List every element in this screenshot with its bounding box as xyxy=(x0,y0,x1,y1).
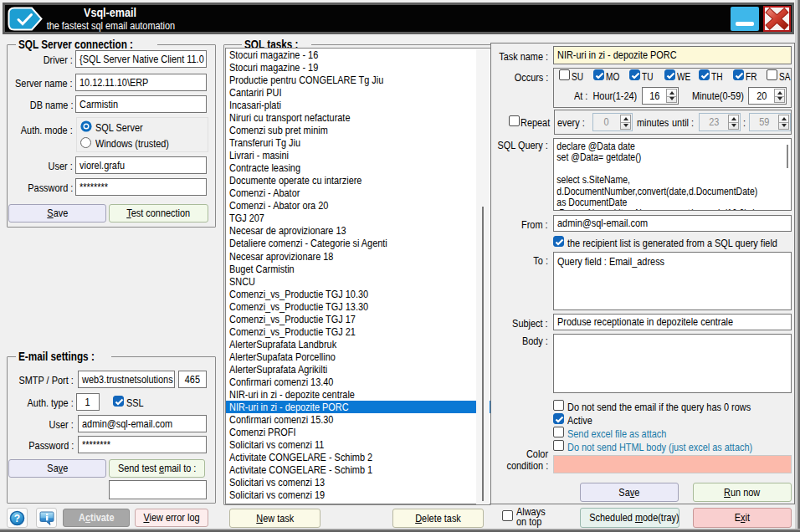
svg-text:?: ? xyxy=(14,513,20,524)
